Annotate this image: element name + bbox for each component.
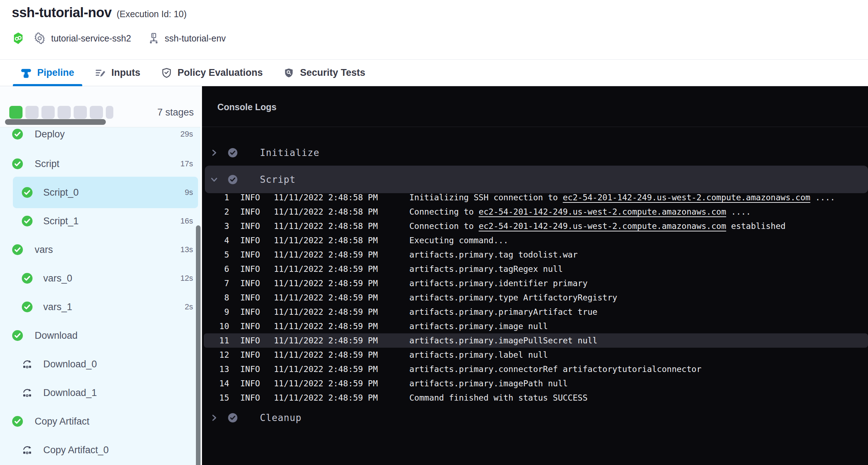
tab-pipeline[interactable]: Pipeline — [13, 60, 82, 86]
success-check-icon — [22, 187, 33, 198]
log-timestamp: 11/11/2022 2:48:59 PM — [274, 391, 378, 405]
log-line-number[interactable]: 2 — [209, 205, 229, 219]
log-line-number[interactable]: 8 — [209, 290, 229, 305]
log-timestamp: 11/11/2022 2:48:58 PM — [274, 219, 378, 233]
log-level: INFO — [240, 362, 260, 376]
log-level: INFO — [240, 305, 260, 319]
log-line-3: 3 INFO 11/11/2022 2:48:58 PM Connection … — [202, 219, 868, 233]
stage-label: Script_0 — [43, 187, 79, 198]
log-line-number[interactable]: 1 — [209, 190, 229, 205]
stage-row-vars-1[interactable]: vars_1 2s — [0, 293, 202, 321]
stage-label: Download_1 — [43, 387, 97, 398]
chevron-down-icon[interactable] — [210, 176, 218, 183]
progress-segment — [58, 106, 71, 119]
section-success-icon — [228, 413, 237, 422]
log-line-6: 6 INFO 11/11/2022 2:48:59 PM artifacts.p… — [202, 262, 868, 276]
rollback-icon — [22, 387, 33, 398]
log-level: INFO — [240, 333, 260, 348]
log-timestamp: 11/11/2022 2:48:59 PM — [274, 262, 378, 276]
log-line-number[interactable]: 9 — [209, 305, 229, 319]
service-name[interactable]: tutorial-service-ssh2 — [51, 33, 131, 44]
log-message: artifacts.primary.image null — [409, 319, 548, 333]
host-link[interactable]: ec2-54-201-142-249.us-west-2.compute.ama… — [479, 207, 726, 216]
inputs-icon — [95, 68, 106, 78]
section-label: Script — [260, 174, 296, 185]
service-gear-icon[interactable] — [34, 33, 45, 44]
stage-duration: 9s — [185, 188, 193, 197]
cd-module-icon — [13, 32, 24, 44]
stage-label: Download — [35, 330, 78, 341]
log-level: INFO — [240, 262, 260, 276]
console-section-cleanup[interactable]: Cleanup — [202, 407, 868, 429]
tab-security-tests[interactable]: Security Tests — [276, 60, 373, 86]
stage-row-download-1[interactable]: Download_1 — [0, 378, 202, 407]
log-line-number[interactable]: 11 — [209, 333, 229, 348]
log-level: INFO — [240, 319, 260, 333]
tab-label: Pipeline — [37, 67, 74, 78]
host-link[interactable]: ec2-54-201-142-249.us-west-2.compute.ama… — [479, 221, 726, 231]
stage-row-script-0[interactable]: Script_0 9s — [0, 178, 202, 207]
log-line-number[interactable]: 13 — [209, 362, 229, 376]
console-panel: Console Logs Initialize Script Cleanup1 … — [202, 86, 868, 465]
log-line-number[interactable]: 15 — [209, 391, 229, 405]
log-line-13: 13 INFO 11/11/2022 2:48:59 PM artifacts.… — [202, 362, 868, 376]
progress-segment — [9, 106, 23, 119]
log-line-number[interactable]: 12 — [209, 348, 229, 362]
chevron-right-icon[interactable] — [210, 149, 218, 157]
sidebar-scrollbar-thumb[interactable] — [196, 225, 201, 465]
section-label: Cleanup — [260, 412, 302, 423]
log-timestamp: 11/11/2022 2:48:59 PM — [274, 362, 378, 376]
log-timestamp: 11/11/2022 2:48:59 PM — [274, 376, 378, 391]
log-line-number[interactable]: 5 — [209, 248, 229, 262]
log-message: artifacts.primary.imagePullSecret null — [409, 333, 597, 348]
log-level: INFO — [240, 391, 260, 405]
stage-label: Script — [35, 158, 59, 170]
page-title: ssh-tutorial-nov — [12, 5, 112, 20]
log-timestamp: 11/11/2022 2:48:59 PM — [274, 319, 378, 333]
stage-row-vars[interactable]: vars 13s — [0, 235, 202, 264]
stage-row-deploy[interactable]: Deploy 29s — [0, 127, 202, 148]
stage-duration: 29s — [181, 129, 193, 139]
sidebar-header: 7 stages — [0, 86, 202, 127]
console-title: Console Logs — [217, 102, 276, 112]
log-line-number[interactable]: 4 — [209, 233, 229, 248]
log-level: INFO — [240, 219, 260, 233]
console-log-area: Initialize Script Cleanup1 INFO 11/11/20… — [202, 127, 868, 465]
log-line-12: 12 INFO 11/11/2022 2:48:59 PM artifacts.… — [202, 348, 868, 362]
console-section-script[interactable]: Script — [205, 166, 868, 193]
log-message: artifacts.primary.type ArtifactoryRegist… — [409, 290, 617, 305]
stage-row-copy-artifact[interactable]: Copy Artifact — [0, 407, 202, 436]
stage-row-download[interactable]: Download — [0, 321, 202, 350]
log-line-number[interactable]: 10 — [209, 319, 229, 333]
log-line-number[interactable]: 6 — [209, 262, 229, 276]
section-success-icon — [228, 175, 237, 184]
log-line-7: 7 INFO 11/11/2022 2:48:59 PM artifacts.p… — [202, 276, 868, 290]
stage-row-copy-artifact-0[interactable]: Copy Artifact_0 — [0, 436, 202, 464]
log-timestamp: 11/11/2022 2:48:59 PM — [274, 333, 378, 348]
rollback-icon — [22, 359, 33, 369]
tab-label: Security Tests — [300, 67, 365, 78]
stage-row-script-1[interactable]: Script_1 16s — [0, 207, 202, 235]
log-line-4: 4 INFO 11/11/2022 2:48:58 PM Executing c… — [202, 233, 868, 248]
tab-policy-evaluations[interactable]: Policy Evaluations — [153, 60, 271, 86]
stage-row-script[interactable]: Script 17s — [0, 150, 202, 178]
log-timestamp: 11/11/2022 2:48:59 PM — [274, 290, 378, 305]
log-line-15: 15 INFO 11/11/2022 2:48:59 PM Command fi… — [202, 391, 868, 405]
log-line-number[interactable]: 7 — [209, 276, 229, 290]
progress-segment — [90, 106, 103, 119]
host-link[interactable]: ec2-54-201-142-249.us-west-2.compute.ama… — [563, 193, 810, 202]
title-row: ssh-tutorial-nov (Execution Id: 10) — [12, 5, 187, 20]
console-section-initialize[interactable]: Initialize — [202, 142, 868, 163]
stage-duration: 16s — [181, 216, 193, 226]
stage-row-vars-0[interactable]: vars_0 12s — [0, 264, 202, 293]
horizontal-scrollbar-thumb[interactable] — [5, 119, 106, 125]
log-line-number[interactable]: 14 — [209, 376, 229, 391]
chevron-right-icon[interactable] — [210, 414, 218, 422]
stage-duration: 2s — [185, 302, 193, 312]
environment-name[interactable]: ssh-tutorial-env — [165, 33, 226, 44]
tab-inputs[interactable]: Inputs — [87, 60, 148, 86]
log-message: Connecting to ec2-54-201-142-249.us-west… — [409, 205, 751, 219]
log-line-number[interactable]: 3 — [209, 219, 229, 233]
stage-row-download-0[interactable]: Download_0 — [0, 350, 202, 378]
log-message: artifacts.primary.tag todolist.war — [409, 248, 578, 262]
